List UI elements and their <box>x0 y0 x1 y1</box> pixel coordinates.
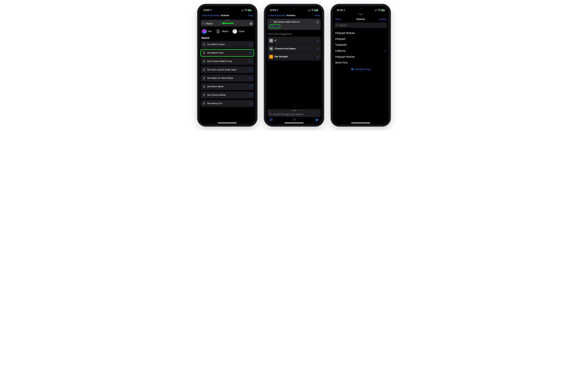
action-set-auto-launch-audio-apps[interactable]: Set Auto-Launch Audio Apps i <box>201 66 254 73</box>
sheet-title-small: Face <box>333 13 389 15</box>
clock-icon <box>233 29 237 34</box>
back-label: New Automation <box>270 14 286 17</box>
app-siri[interactable]: Siri <box>202 29 212 34</box>
action-label: List Watch Faces <box>207 43 247 46</box>
play-icon <box>316 118 319 121</box>
action-card-set-watch-face[interactable]: ✕ Set active watch face to Face › <box>267 19 321 30</box>
run-button[interactable] <box>316 118 319 121</box>
svg-rect-23 <box>352 69 353 69</box>
info-button[interactable]: i <box>249 85 252 88</box>
clear-button[interactable]: Clear <box>335 18 341 21</box>
home-indicator[interactable] <box>351 123 370 123</box>
info-button[interactable]: i <box>249 68 252 71</box>
navigation-bar: ‹ New Automation Actions Next <box>199 13 255 19</box>
suggestion-label: Choose from Menu <box>275 47 315 50</box>
svg-rect-12 <box>203 103 205 104</box>
app-label: Clock <box>239 30 245 33</box>
action-set-wake-on-wrist-raise[interactable]: Set Wake On Wrist Raise i <box>201 75 254 82</box>
face-label: California <box>335 50 346 52</box>
svg-rect-7 <box>203 61 205 62</box>
face-option-typograph[interactable]: Typograph <box>335 43 386 46</box>
action-label: Set Always On <box>207 102 247 105</box>
face-parameter-token[interactable]: Face › <box>269 24 280 28</box>
battery-icon: ⚡︎ <box>248 9 251 11</box>
app-watch[interactable]: Watch <box>216 29 229 34</box>
notch <box>283 6 305 10</box>
actions-list: List Watch Faces i Set Watch Face i Get … <box>201 41 254 107</box>
clear-search-button[interactable]: ✕ <box>250 22 252 25</box>
nav-title: Actions <box>287 14 295 17</box>
drag-handle-icon[interactable] <box>292 110 296 111</box>
watch-icon <box>203 77 206 80</box>
action-list-watch-faces[interactable]: List Watch Faces i <box>201 41 254 48</box>
suggestion-label: Set Variable <box>275 55 315 58</box>
action-set-silent-mode[interactable]: Set Silent Mode i <box>201 83 254 90</box>
search-field[interactable]: Search <box>334 23 387 28</box>
info-button[interactable]: i <box>249 102 252 105</box>
next-button[interactable]: Next <box>315 14 320 17</box>
face-option-infograph[interactable]: Infograph <box>335 38 386 40</box>
remove-action-button[interactable]: ✕ <box>316 21 319 24</box>
action-label: Get Current Watch Face <box>207 60 247 63</box>
watch-icon <box>269 20 272 23</box>
phone-1-frame: 12:00 ⚡︎ ‹ New Automation Actions Next <box>197 4 257 126</box>
app-clock[interactable]: Clock <box>233 29 245 34</box>
face-option-california[interactable]: California✓ <box>335 49 386 52</box>
cancel-button[interactable]: Cancel <box>379 18 386 21</box>
undo-button[interactable] <box>269 118 273 122</box>
notch <box>216 6 238 10</box>
ask-each-time-button[interactable]: Ask Each Time <box>333 64 389 71</box>
suggestion-if[interactable]: If+ <box>267 37 321 44</box>
svg-rect-6 <box>203 52 205 53</box>
info-button[interactable]: i <box>249 43 252 46</box>
action-get-current-watch-face[interactable]: Get Current Watch Face i <box>201 58 254 65</box>
suggestion-choose-from-menu[interactable]: Choose from Menu+ <box>267 45 321 52</box>
bottom-search-panel: Search for apps and actions <box>267 109 321 117</box>
svg-rect-8 <box>203 69 205 70</box>
phone-1-screen: 12:00 ⚡︎ ‹ New Automation Actions Next <box>199 6 255 125</box>
watch-icon <box>203 43 206 46</box>
home-indicator[interactable] <box>218 123 237 123</box>
back-button[interactable]: ‹ New Automation <box>268 14 286 17</box>
chevron-right-icon: › <box>277 25 279 27</box>
add-suggestion-button[interactable]: + <box>317 55 319 59</box>
suggestion-set-variable[interactable]: xSet Variable+ <box>267 53 321 60</box>
face-options-list: Infograph ModularInfographTypographCalif… <box>333 29 389 64</box>
notch <box>350 6 372 10</box>
phone-3-frame: 12:16 ⚡︎ Face Clear Choose Cancel Search… <box>331 4 391 126</box>
action-set-always-on[interactable]: Set Always On i <box>201 100 254 107</box>
home-indicator[interactable] <box>285 123 303 123</box>
chevron-left-icon: ‹ <box>201 14 203 17</box>
face-parameter-label: Face <box>271 25 276 28</box>
svg-point-17 <box>269 113 271 115</box>
face-option-world-time[interactable]: World Time <box>335 61 386 64</box>
next-button[interactable]: Next <box>248 14 253 17</box>
face-option-infograph-modular[interactable]: Infograph Modular <box>335 55 386 58</box>
redo-button[interactable] <box>293 118 296 122</box>
editor-toolbar <box>266 117 322 123</box>
info-button[interactable]: i <box>249 93 252 97</box>
menu-icon <box>269 47 273 50</box>
phone-2-frame: 12:01 ⚡︎ ‹ New Automation Actions Next ✕ <box>264 4 324 126</box>
svg-rect-10 <box>203 86 205 87</box>
info-button[interactable]: i <box>249 77 252 80</box>
face-label: Infograph Modular <box>335 55 355 58</box>
svg-rect-11 <box>203 94 205 96</box>
back-button[interactable]: ‹ New Automation <box>201 14 220 17</box>
add-suggestion-button[interactable]: + <box>317 38 319 43</box>
info-button[interactable]: i <box>249 60 252 63</box>
watch-icon <box>203 102 206 105</box>
svg-point-21 <box>336 25 337 26</box>
action-set-cinema-mode[interactable]: Set Cinema Mode i <box>201 92 254 99</box>
action-label: Set Cinema Mode <box>207 94 247 96</box>
svg-rect-4 <box>217 31 219 32</box>
face-label: Infograph <box>335 38 346 40</box>
search-input[interactable]: Search for apps and actions <box>273 113 319 116</box>
info-button[interactable]: i <box>249 51 252 54</box>
face-option-infograph-modular[interactable]: Infograph Modular <box>335 32 386 34</box>
action-text: Set active watch face to <box>274 21 299 23</box>
drag-handle-icon[interactable] <box>225 20 230 20</box>
action-set-watch-face[interactable]: Set Watch Face i <box>201 49 254 56</box>
add-suggestion-button[interactable]: + <box>317 47 319 51</box>
phone-3-screen: 12:16 ⚡︎ Face Clear Choose Cancel Search… <box>333 6 389 125</box>
